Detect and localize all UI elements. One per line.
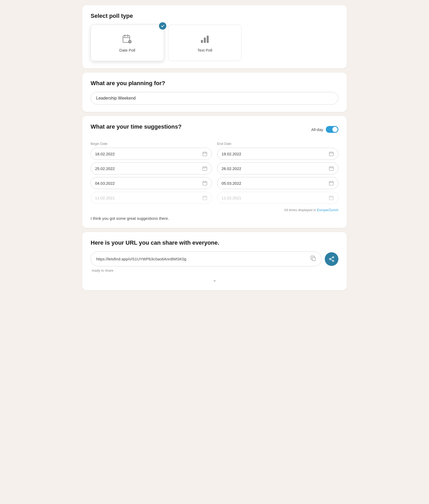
end-date-column: End Date 19.02.2022: [217, 142, 338, 204]
begin-date-inputs: 18.02.2022 25.02.2022: [91, 148, 212, 204]
end-date-row-3[interactable]: 05.03.2022: [217, 177, 338, 189]
end-date-inputs: 19.02.2022 26.02.2022: [217, 148, 338, 204]
end-date-value-2: 26.02.2022: [222, 166, 241, 171]
svg-rect-8: [207, 36, 208, 43]
end-date-value-1: 19.02.2022: [222, 152, 241, 156]
date-columns: Begin Date 18.02.2022: [91, 142, 338, 204]
timezone-note: All times displayed in Europe/Zurich: [91, 208, 338, 212]
copy-url-button[interactable]: [310, 255, 316, 262]
svg-rect-7: [204, 38, 206, 43]
text-poll-icon: [199, 33, 211, 45]
poll-type-options: ↺ Date Poll Text Poll: [91, 25, 338, 61]
begin-date-value-2: 25.02.2022: [95, 166, 115, 171]
url-text: https://letsfind.app/v/S1UYWPb3c0ao6AnnB…: [96, 257, 186, 261]
begin-date-calendar-icon-3[interactable]: [202, 180, 207, 186]
time-suggestions-title: What are your time suggestions?: [91, 123, 182, 130]
svg-rect-29: [329, 167, 333, 171]
svg-rect-41: [312, 257, 315, 261]
selected-check-badge: [159, 22, 166, 30]
svg-line-45: [331, 258, 333, 259]
end-date-label: End Date: [217, 142, 338, 146]
begin-date-row-1[interactable]: 18.02.2022: [91, 148, 212, 160]
begin-date-label: Begin Date: [91, 142, 212, 146]
planning-input[interactable]: [91, 92, 338, 105]
url-input-wrap: https://letsfind.app/v/S1UYWPb3c0ao6AnnB…: [91, 251, 322, 266]
planning-section: What are you planning for?: [82, 73, 347, 112]
end-date-row-4[interactable]: 11.02.2021: [217, 192, 338, 204]
end-date-value-4: 11.02.2021: [222, 196, 241, 200]
end-date-row-1[interactable]: 19.02.2022: [217, 148, 338, 160]
planning-title: What are you planning for?: [91, 80, 338, 87]
begin-date-value-1: 18.02.2022: [95, 152, 115, 156]
svg-rect-33: [329, 182, 333, 185]
svg-rect-21: [203, 196, 207, 200]
begin-date-row-3[interactable]: 04.03.2022: [91, 177, 212, 189]
svg-rect-9: [203, 152, 207, 156]
begin-date-column: Begin Date 18.02.2022: [91, 142, 212, 204]
end-date-calendar-icon-2[interactable]: [329, 166, 334, 171]
begin-date-calendar-icon-4[interactable]: [202, 195, 207, 200]
begin-date-row-2[interactable]: 25.02.2022: [91, 162, 212, 174]
begin-date-value-4: 11.02.2021: [95, 196, 115, 200]
end-date-calendar-icon-1[interactable]: [329, 151, 334, 156]
svg-rect-37: [329, 196, 333, 200]
chevron-down-icon[interactable]: ⌄: [91, 277, 338, 283]
date-poll-icon: ↺: [122, 33, 133, 45]
date-poll-card[interactable]: ↺ Date Poll: [91, 25, 164, 61]
date-poll-label: Date Poll: [119, 48, 135, 52]
svg-text:↺: ↺: [129, 41, 131, 43]
begin-date-value-3: 04.03.2022: [95, 181, 115, 185]
begin-date-row-4[interactable]: 11.02.2021: [91, 192, 212, 204]
allday-toggle-group: All-day: [311, 126, 338, 133]
time-suggestions-section: What are your time suggestions? All-day …: [82, 116, 347, 228]
url-row: https://letsfind.app/v/S1UYWPb3c0ao6AnnB…: [91, 251, 338, 266]
text-poll-label: Text Poll: [197, 48, 212, 52]
end-date-row-2[interactable]: 26.02.2022: [217, 162, 338, 174]
poll-type-section: Select poll type ↺: [82, 5, 347, 68]
poll-type-title: Select poll type: [91, 13, 338, 19]
allday-label: All-day: [311, 127, 323, 132]
url-section-title: Here is your URL you can share with ever…: [91, 239, 338, 246]
suggestions-success-note: I think you got some great suggestions t…: [91, 216, 338, 221]
svg-rect-13: [203, 167, 207, 171]
url-share-section: Here is your URL you can share with ever…: [82, 232, 347, 290]
begin-date-calendar-icon-2[interactable]: [202, 166, 207, 171]
text-poll-card[interactable]: Text Poll: [168, 25, 241, 61]
svg-rect-17: [203, 182, 207, 185]
end-date-value-3: 05.03.2022: [222, 181, 241, 185]
begin-date-calendar-icon-1[interactable]: [202, 151, 207, 156]
end-date-calendar-icon-3[interactable]: [329, 180, 334, 186]
timezone-link[interactable]: Europe/Zurich: [317, 208, 338, 212]
end-date-calendar-icon-4[interactable]: [329, 195, 334, 200]
svg-rect-25: [329, 152, 333, 156]
share-button[interactable]: [325, 252, 338, 266]
svg-rect-6: [201, 40, 203, 43]
time-suggestions-header: What are your time suggestions? All-day: [91, 123, 338, 135]
svg-line-46: [331, 259, 333, 261]
allday-toggle-switch[interactable]: [326, 126, 338, 133]
ready-label: ready to share: [92, 269, 338, 272]
